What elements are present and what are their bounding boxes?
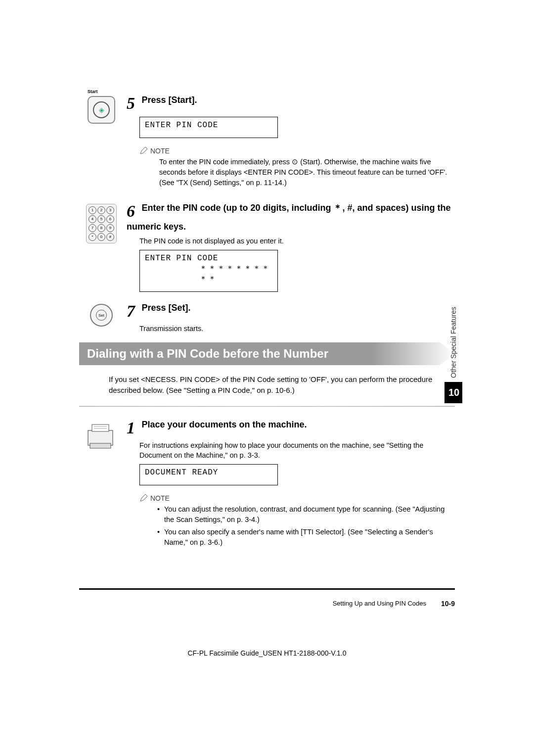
step-number: 7 <box>127 302 139 321</box>
lcd-display: ENTER PIN CODE ＊＊＊＊＊＊＊＊＊＊ <box>139 250 278 291</box>
step-number: 6 <box>127 202 139 221</box>
set-icon: Set <box>85 299 117 331</box>
divider <box>79 406 455 407</box>
step-number: 1 <box>127 419 139 437</box>
footer-section: Setting Up and Using PIN Codes <box>333 600 426 608</box>
note-bullets: You can adjust the resolution, contrast,… <box>139 504 455 548</box>
bullet-item: You can also specify a sender's name wit… <box>159 527 455 548</box>
note-label: NOTE <box>139 494 455 502</box>
side-tab-text: Other Special Features <box>449 307 457 378</box>
step-number: 5 <box>127 94 139 113</box>
step-title: Press [Start]. <box>141 95 197 105</box>
side-tab: Other Special Features 10 <box>445 307 462 403</box>
svg-rect-2 <box>90 443 111 448</box>
step-5: Start ◈ 5 Press [Start]. ENTER PIN CODE … <box>79 94 455 193</box>
printer-icon-col <box>79 419 124 451</box>
lcd-line1: ENTER PIN CODE <box>145 253 272 264</box>
step-title: Place your documents on the machine. <box>141 420 307 429</box>
start-button-icon: Start ◈ <box>79 94 124 124</box>
step-body: The PIN code is not displayed as you ent… <box>139 236 455 246</box>
step-title: Enter the PIN code (up to 20 digits, inc… <box>127 203 451 232</box>
note-text-label: NOTE <box>150 494 170 502</box>
svg-rect-1 <box>92 425 109 431</box>
page-number: 10-9 <box>441 600 455 608</box>
start-label: Start <box>88 89 98 94</box>
section-intro: If you set <NECESS. PIN CODE> of the PIN… <box>109 374 445 396</box>
page-footer: Setting Up and Using PIN Codes 10-9 <box>79 588 455 608</box>
keypad-icon: 123 456 789 ＊0# <box>79 202 124 243</box>
note-label: NOTE <box>139 147 455 155</box>
note-text-label: NOTE <box>150 147 170 155</box>
pencil-icon <box>139 147 147 155</box>
note-body: To enter the PIN code immediately, press… <box>139 157 455 188</box>
step-body: Transmission starts. <box>139 324 455 333</box>
bullet-item: You can adjust the resolution, contrast,… <box>159 504 455 525</box>
pencil-icon <box>139 494 147 502</box>
start-glyph: ◈ <box>93 101 110 118</box>
lcd-display: ENTER PIN CODE <box>139 117 278 138</box>
lcd-line2: ＊＊＊＊＊＊＊＊＊＊ <box>145 264 272 284</box>
numeric-keypad-icon: 123 456 789 ＊0# <box>86 204 117 243</box>
printer-icon <box>85 421 118 451</box>
footer-rule <box>79 588 455 590</box>
start-icon: ◈ <box>88 96 115 124</box>
step-title: Press [Set]. <box>141 303 190 313</box>
set-label: Set <box>96 310 107 321</box>
document-footer: CF-PL Facsimile Guide_USEN HT1-2188-000-… <box>0 649 534 657</box>
set-button-icon: Set <box>79 302 124 327</box>
section-heading: Dialing with a PIN Code before the Numbe… <box>79 342 455 365</box>
step-7: Set 7 Press [Set]. Transmission starts. <box>79 302 455 333</box>
lcd-display: DOCUMENT READY <box>139 464 278 485</box>
step-body: For instructions explaining how to place… <box>139 440 455 461</box>
step-6: 123 456 789 ＊0# 6 Enter the PIN code (up… <box>79 202 455 292</box>
step-1: 1 Place your documents on the machine. F… <box>79 419 455 553</box>
side-tab-number: 10 <box>445 382 462 403</box>
